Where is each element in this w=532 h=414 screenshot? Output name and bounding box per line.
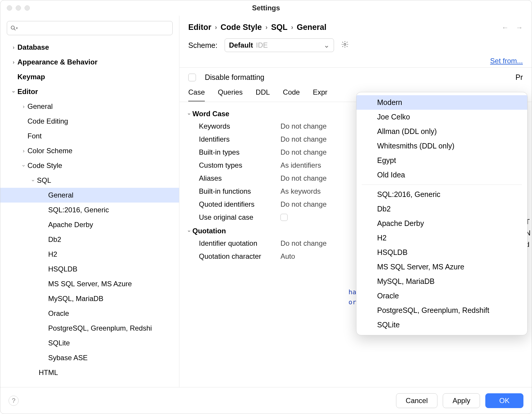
tree-mssql[interactable]: MS SQL Server, MS Azure: [0, 276, 179, 291]
tree-sqlite[interactable]: SQLite: [0, 336, 179, 350]
crumb-general: General: [297, 23, 327, 32]
ident-quotation-value[interactable]: Do not change: [280, 239, 327, 248]
popup-mssql[interactable]: MS SQL Server, MS Azure: [356, 260, 527, 274]
minimize-window-icon[interactable]: [16, 5, 21, 11]
disable-formatting-checkbox[interactable]: [188, 74, 196, 81]
tree-sybase[interactable]: Sybase ASE: [0, 350, 179, 365]
popup-egypt[interactable]: Egypt: [356, 153, 527, 168]
tree-sql2016[interactable]: SQL:2016, Generic: [0, 203, 179, 217]
orig-case-checkbox[interactable]: [280, 214, 288, 221]
scheme-value: Default: [229, 41, 253, 49]
popup-allman[interactable]: Allman (DDL only): [356, 124, 527, 139]
tab-queries[interactable]: Queries: [218, 88, 243, 102]
word-case-section: ›Word Case KeywordsDo not change Identif…: [188, 107, 340, 317]
popup-celko[interactable]: Joe Celko: [356, 110, 527, 124]
gear-icon[interactable]: [341, 41, 349, 50]
ok-button[interactable]: OK: [485, 393, 523, 408]
tree-code-editing[interactable]: Code Editing: [0, 114, 179, 129]
tree-derby[interactable]: Apache Derby: [0, 217, 179, 232]
crumb-sql[interactable]: SQL: [271, 23, 288, 32]
quot-char-value[interactable]: Auto: [280, 252, 295, 261]
tree-html[interactable]: HTML: [0, 365, 179, 380]
tree-oracle[interactable]: Oracle: [0, 306, 179, 321]
apply-button[interactable]: Apply: [443, 393, 480, 408]
tree-hsqldb[interactable]: HSQLDB: [0, 262, 179, 276]
tree-sql[interactable]: ›SQL: [0, 173, 179, 188]
tree-h2[interactable]: H2: [0, 247, 179, 262]
popup-modern[interactable]: Modern: [356, 95, 527, 110]
tree-general[interactable]: ›General: [0, 99, 179, 114]
close-window-icon[interactable]: [7, 5, 12, 11]
orig-case-label: Use original case: [199, 213, 280, 221]
popup-oracle[interactable]: Oracle: [356, 289, 527, 303]
builtin-funcs-label: Built-in functions: [199, 187, 280, 195]
keywords-label: Keywords: [199, 122, 280, 130]
popup-whitesmiths[interactable]: Whitesmiths (DDL only): [356, 139, 527, 153]
chevron-down-icon[interactable]: ›: [186, 230, 192, 232]
scheme-tag: IDE: [256, 41, 268, 49]
popup-h2[interactable]: H2: [356, 231, 527, 245]
disable-formatting-label: Disable formatting: [205, 73, 264, 82]
tree-code-style[interactable]: ›Code Style: [0, 158, 179, 173]
search-input[interactable]: ▾: [7, 21, 173, 35]
popup-hsqldb[interactable]: HSQLDB: [356, 245, 527, 260]
popup-postgres[interactable]: PostgreSQL, Greenplum, Redshift: [356, 303, 527, 318]
crumb-code-style[interactable]: Code Style: [220, 23, 262, 32]
chevron-down-icon: ▾: [16, 26, 18, 30]
builtin-funcs-value[interactable]: As keywords: [280, 187, 321, 195]
custom-types-value[interactable]: As identifiers: [280, 161, 321, 169]
tab-case[interactable]: Case: [188, 88, 205, 102]
crumb-editor[interactable]: Editor: [188, 23, 211, 32]
chevron-right-icon: ›: [20, 148, 27, 154]
tree-database[interactable]: ›Database: [0, 40, 179, 55]
popup-db2[interactable]: Db2: [356, 202, 527, 216]
tree-sql-general[interactable]: General: [0, 188, 179, 203]
chevron-down-icon[interactable]: ›: [186, 113, 192, 115]
tree-appearance[interactable]: ›Appearance & Behavior: [0, 55, 179, 69]
tree-db2[interactable]: Db2: [0, 232, 179, 247]
sidebar: ▾ ›Database ›Appearance & Behavior Keyma…: [0, 16, 179, 387]
search-field[interactable]: [19, 24, 169, 32]
tree-postgres[interactable]: PostgreSQL, Greenplum, Redshi: [0, 321, 179, 336]
chevron-right-icon: ›: [10, 59, 17, 65]
tree-editor[interactable]: ›Editor: [0, 84, 179, 99]
tab-ddl[interactable]: DDL: [256, 88, 270, 102]
tree-mysql[interactable]: MySQL, MariaDB: [0, 291, 179, 306]
help-icon[interactable]: ?: [9, 396, 19, 406]
builtin-types-value[interactable]: Do not change: [280, 148, 327, 156]
scheme-select[interactable]: Default IDE ⌄: [225, 38, 334, 52]
tab-code[interactable]: Code: [283, 88, 300, 102]
quoted-ident-label: Quoted identifiers: [199, 200, 280, 208]
settings-window: Settings ▾ ›Database ›Appearance & Behav…: [0, 0, 532, 414]
window-controls: [0, 5, 30, 11]
identifiers-value[interactable]: Do not change: [280, 135, 327, 143]
tree-color-scheme[interactable]: ›Color Scheme: [0, 143, 179, 158]
aliases-label: Aliases: [199, 174, 280, 182]
svg-line-1: [14, 29, 16, 30]
popup-separator: [362, 185, 522, 185]
set-from-link[interactable]: Set from...: [490, 57, 523, 65]
aliases-value[interactable]: Do not change: [280, 174, 327, 182]
titlebar: Settings: [0, 0, 532, 16]
cancel-button[interactable]: Cancel: [396, 393, 438, 408]
back-icon[interactable]: ←: [502, 23, 509, 32]
popup-sql2016[interactable]: SQL:2016, Generic: [356, 187, 527, 202]
window-title: Settings: [252, 4, 280, 12]
tree-keymap[interactable]: Keymap: [0, 69, 179, 84]
svg-point-2: [344, 43, 346, 46]
popup-derby[interactable]: Apache Derby: [356, 216, 527, 231]
tree-font[interactable]: Font: [0, 129, 179, 143]
preview-label-partial: Pr: [515, 73, 523, 82]
popup-sqlite[interactable]: SQLite: [356, 318, 527, 332]
popup-oldidea[interactable]: Old Idea: [356, 168, 527, 182]
chevron-right-icon: ›: [265, 24, 267, 31]
popup-mysql[interactable]: MySQL, MariaDB: [356, 274, 527, 289]
quoted-ident-value[interactable]: Do not change: [280, 200, 327, 208]
keywords-value[interactable]: Do not change: [280, 122, 327, 130]
forward-icon[interactable]: →: [516, 23, 523, 32]
quot-char-label: Quotation character: [199, 252, 280, 261]
chevron-down-icon: ›: [30, 177, 36, 184]
tab-expressions[interactable]: Expr: [313, 88, 327, 102]
zoom-window-icon[interactable]: [25, 5, 30, 11]
search-icon: [10, 25, 17, 31]
